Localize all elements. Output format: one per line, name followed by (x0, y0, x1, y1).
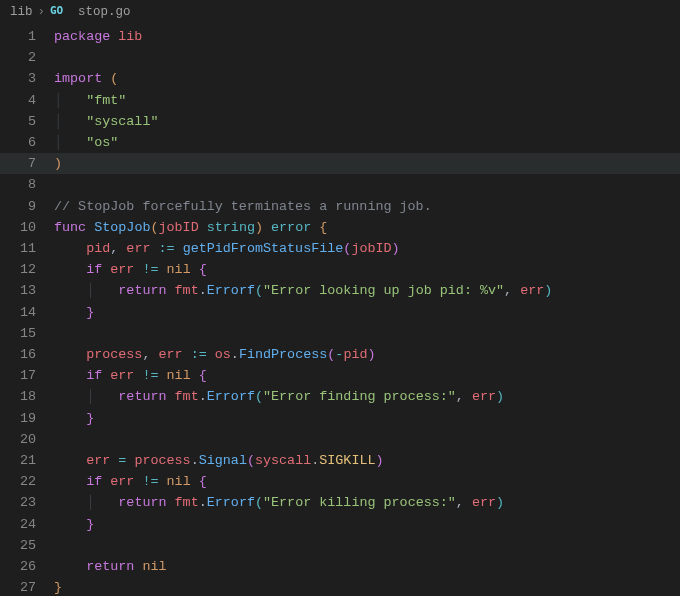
line-number: 21 (0, 450, 54, 471)
code-line: 2 (0, 47, 680, 68)
code-line: 24 } (0, 514, 680, 535)
line-number: 3 (0, 68, 54, 89)
line-number: 23 (0, 492, 54, 513)
line-number: 13 (0, 280, 54, 301)
line-number: 4 (0, 90, 54, 111)
line-number: 11 (0, 238, 54, 259)
code-line: 13 │ return fmt.Errorf("Error looking up… (0, 280, 680, 301)
code-line: 27} (0, 577, 680, 596)
line-number: 9 (0, 196, 54, 217)
code-line: 6│ "os" (0, 132, 680, 153)
line-number: 18 (0, 386, 54, 407)
code-line-highlighted: 7) (0, 153, 680, 174)
code-line: 17 if err != nil { (0, 365, 680, 386)
line-number: 16 (0, 344, 54, 365)
code-line: 23 │ return fmt.Errorf("Error killing pr… (0, 492, 680, 513)
line-number: 5 (0, 111, 54, 132)
line-number: 17 (0, 365, 54, 386)
line-number: 10 (0, 217, 54, 238)
code-line: 8 (0, 174, 680, 195)
line-number: 6 (0, 132, 54, 153)
line-number: 12 (0, 259, 54, 280)
line-number: 1 (0, 26, 54, 47)
code-line: 11 pid, err := getPidFromStatusFile(jobI… (0, 238, 680, 259)
code-line: 1package lib (0, 26, 680, 47)
breadcrumb-file[interactable]: stop.go (78, 5, 131, 19)
code-line: 20 (0, 429, 680, 450)
line-number: 24 (0, 514, 54, 535)
code-line: 19 } (0, 408, 680, 429)
code-line: 3import ( (0, 68, 680, 89)
code-line: 5│ "syscall" (0, 111, 680, 132)
code-line: 9// StopJob forcefully terminates a runn… (0, 196, 680, 217)
breadcrumb[interactable]: lib › GO stop.go (0, 0, 680, 24)
line-number: 27 (0, 577, 54, 596)
code-editor[interactable]: 1package lib 2 3import ( 4│ "fmt" 5│ "sy… (0, 24, 680, 596)
code-line: 26 return nil (0, 556, 680, 577)
code-line: 16 process, err := os.FindProcess(-pid) (0, 344, 680, 365)
code-line: 21 err = process.Signal(syscall.SIGKILL) (0, 450, 680, 471)
go-file-icon: GO (50, 4, 74, 20)
breadcrumb-folder[interactable]: lib (10, 5, 33, 19)
line-number: 22 (0, 471, 54, 492)
line-number: 19 (0, 408, 54, 429)
line-number: 14 (0, 302, 54, 323)
code-line: 18 │ return fmt.Errorf("Error finding pr… (0, 386, 680, 407)
code-line: 10func StopJob(jobID string) error { (0, 217, 680, 238)
code-line: 25 (0, 535, 680, 556)
svg-text:GO: GO (50, 4, 64, 16)
code-line: 15 (0, 323, 680, 344)
line-number: 2 (0, 47, 54, 68)
line-number: 25 (0, 535, 54, 556)
breadcrumb-separator-icon: › (38, 5, 46, 19)
code-line: 4│ "fmt" (0, 90, 680, 111)
line-number: 26 (0, 556, 54, 577)
line-number: 8 (0, 174, 54, 195)
line-number: 7 (0, 153, 54, 174)
line-number: 20 (0, 429, 54, 450)
code-line: 12 if err != nil { (0, 259, 680, 280)
code-line: 22 if err != nil { (0, 471, 680, 492)
line-number: 15 (0, 323, 54, 344)
code-line: 14 } (0, 302, 680, 323)
